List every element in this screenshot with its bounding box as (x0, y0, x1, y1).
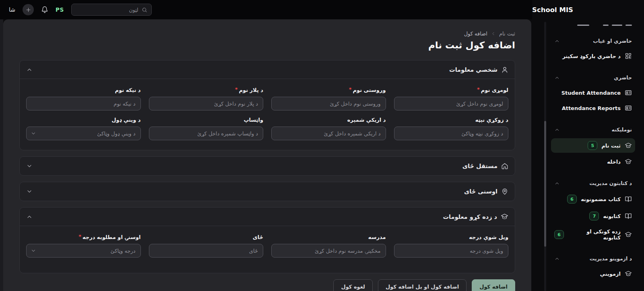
sidebar-section-attendance-absence[interactable]: حاضري او غیاب (554, 38, 632, 44)
plus-icon (25, 7, 31, 13)
card-current-place-header[interactable]: اوسنی ځای (20, 182, 515, 201)
qr-scanner-icon (625, 52, 632, 60)
chevron-left-icon (491, 31, 496, 36)
grandfather-name-input[interactable] (26, 97, 141, 110)
required-asterisk: * (477, 87, 480, 92)
select-placeholder: درجه وټاکئ (110, 248, 135, 254)
completed-grade-input[interactable] (394, 244, 509, 258)
field-contact-number: د اریکې شمېره (271, 117, 386, 140)
card-permanent-header[interactable]: مستقل ځای (20, 157, 515, 175)
search-input[interactable] (76, 7, 138, 13)
clipped-menu-item[interactable] (554, 286, 632, 291)
date-of-birth-input[interactable] (394, 127, 509, 140)
breadcrumb-current: اضافه کول (464, 31, 487, 37)
contact-number-input[interactable] (271, 127, 386, 140)
card-permanent-title: مستقل ځای (462, 163, 497, 169)
sidebar-item-students-and-books[interactable]: زده کونکی او کتابونه 6 (551, 226, 635, 243)
card-education-title: د زده کړو معلومات (443, 214, 497, 220)
section-label: حاضري او غیاب (593, 38, 632, 44)
field-place: ځای (149, 234, 264, 258)
chevron-up-icon (26, 214, 33, 220)
chevron-down-icon (26, 188, 33, 195)
field-label: اوسنۍ او مطلوبه درجه (83, 234, 141, 241)
add-button[interactable] (23, 4, 34, 15)
sidebar-section-attendance[interactable]: حاضري (554, 75, 632, 81)
count-badge: 5 (588, 141, 597, 150)
field-completed-grade: ویل شوې درجه (394, 234, 509, 258)
field-label: واټساپ (244, 117, 263, 123)
open-book-icon (625, 212, 632, 220)
blood-type-select[interactable]: د وینې ډول وټاکئ (26, 127, 141, 140)
field-label: مدرسه (368, 234, 386, 241)
add-and-add-another-button[interactable]: اضافه کول او بل اضافه کول (378, 279, 466, 291)
chevron-up-icon (554, 127, 560, 133)
person-icon (501, 66, 508, 73)
field-label: د نیکه نوم (115, 87, 141, 94)
main-content: ثبت نام اضافه کول اضافه کول ثبت نام شخصي… (3, 19, 531, 291)
card-personal-header[interactable]: شخصي معلومات (20, 60, 515, 79)
sidebar-item-books[interactable]: کتابونه 7 (551, 209, 635, 223)
sidebar-item-barcode-scanner[interactable]: د حاضري بارکوډ سکینر (551, 50, 635, 62)
cancel-button[interactable]: لغوه کول (333, 279, 373, 291)
whatsapp-input[interactable] (149, 127, 264, 140)
field-desired-grade: اوسنۍ او مطلوبه درجه* درجه وټاکئ (26, 234, 141, 258)
card-permanent-place: مستقل ځای (19, 156, 515, 176)
field-label: د پلار نوم (239, 87, 263, 94)
sidebar-item-label: کتاب مضمونونه (581, 196, 621, 202)
field-whatsapp: واټساپ (149, 117, 264, 140)
card-personal-title: شخصي معلومات (449, 67, 497, 73)
father-name-input[interactable] (149, 97, 264, 110)
field-blood-type: د وینې ډول د وینې ډول وټاکئ (26, 117, 141, 140)
sidebar-item-registration[interactable]: ثبت نام 5 (551, 138, 635, 153)
sidebar-section-library-management[interactable]: د کتابتون مدیریت (554, 180, 632, 186)
sidebar-item-label: Attendance Reports (562, 105, 621, 111)
sidebar-item-attendance-reports[interactable]: Attendance Reports (551, 102, 635, 114)
chevron-up-icon (554, 75, 560, 81)
main-scrollbar[interactable] (0, 19, 3, 291)
breadcrumb-parent[interactable]: ثبت نام (499, 31, 515, 37)
chevron-up-icon (554, 181, 560, 186)
first-name-input[interactable] (394, 97, 509, 110)
sidebar-scrollbar[interactable] (544, 22, 546, 291)
search-box[interactable] (71, 4, 152, 16)
graduation-cap-icon (625, 158, 632, 165)
chevron-down-icon (31, 131, 36, 136)
chevron-up-icon (554, 38, 560, 44)
section-label: نوملیکنه (612, 127, 632, 133)
sidebar-section-exams-management[interactable]: د ازموینو مدیریت (554, 256, 632, 262)
back-link[interactable]: شا (9, 6, 15, 13)
school-input[interactable] (271, 244, 386, 258)
card-education-header[interactable]: د زده کړو معلومات (20, 208, 515, 226)
last-name-input[interactable] (271, 97, 386, 110)
breadcrumb: ثبت نام اضافه کول (19, 31, 515, 37)
user-avatar-initials[interactable]: PS (56, 6, 64, 13)
clipped-menu-item[interactable] (554, 19, 632, 26)
required-asterisk: * (235, 87, 238, 92)
field-label: د زوکړې نېټه (475, 117, 508, 123)
count-badge: 7 (589, 212, 599, 220)
sidebar-item-book-subjects[interactable]: کتاب مضمونونه 6 (551, 192, 635, 206)
place-input[interactable] (149, 244, 264, 258)
card-current-place-title: اوسنی ځای (464, 188, 497, 195)
sidebar-section-enrollment[interactable]: نوملیکنه (554, 127, 632, 133)
open-book-icon (625, 195, 632, 203)
desired-grade-select[interactable]: درجه وټاکئ (26, 244, 141, 258)
bell-icon[interactable] (41, 6, 48, 13)
sidebar-scrollbar-thumb[interactable] (544, 121, 546, 247)
count-badge: 6 (567, 195, 577, 204)
add-submit-button[interactable]: اضافه کول (472, 279, 515, 291)
graduation-cap-icon (625, 231, 632, 238)
card-education-info: د زده کړو معلومات ویل شوې درجه مدرسه ځای (19, 207, 515, 273)
chevron-down-icon (26, 163, 33, 169)
sidebar-item-label: د حاضري بارکوډ سکینر (562, 53, 621, 59)
section-label: د کتابتون مدیریت (589, 180, 632, 186)
sidebar-item-student-attendance[interactable]: Student Attendance (551, 86, 635, 99)
chevron-up-icon (26, 67, 33, 73)
sidebar-item-admission[interactable]: داخله (551, 155, 635, 168)
sidebar-item-label: Student Attendance (561, 90, 621, 96)
card-current-place: اوسنی ځای (19, 182, 515, 201)
sidebar-item-label: زده کونکی او کتابونه (568, 229, 621, 241)
sidebar-item-exams[interactable]: ازموینې (551, 267, 635, 280)
sidebar-nav: حاضري او غیاب د حاضري بارکوډ سکینر حاضري… (554, 19, 632, 291)
field-father-name: د پلار نوم* (149, 87, 264, 110)
